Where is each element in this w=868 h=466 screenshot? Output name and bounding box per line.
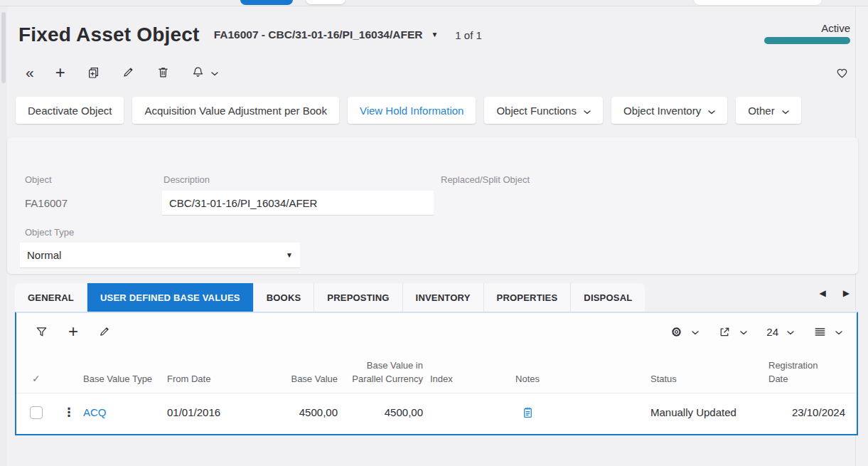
cell-base-value-type[interactable]: ACQ bbox=[83, 406, 167, 418]
top-tab-secondary[interactable] bbox=[306, 0, 345, 4]
tab-general[interactable]: GENERAL bbox=[15, 283, 87, 312]
object-functions-label: Object Functions bbox=[496, 105, 577, 117]
add-row-icon[interactable]: + bbox=[68, 325, 78, 338]
command-toolbar: « + bbox=[26, 65, 218, 79]
chevron-down-icon bbox=[740, 325, 747, 338]
table-toolbar: + 24 bbox=[16, 313, 857, 350]
delete-icon[interactable] bbox=[156, 65, 170, 79]
chevron-down-icon bbox=[787, 325, 794, 338]
record-count: 1 of 1 bbox=[455, 29, 482, 41]
tab-inventory[interactable]: INVENTORY bbox=[403, 283, 484, 312]
table-export-group[interactable] bbox=[718, 325, 747, 339]
record-selector[interactable]: FA16007 - CBC/31-01-16/PI_16034/AFER ▼ bbox=[214, 28, 439, 41]
object-type-value: Normal bbox=[27, 249, 61, 261]
header-registration-date[interactable]: Registration Date bbox=[768, 359, 830, 386]
header-from-date[interactable]: From Date bbox=[167, 373, 259, 386]
filter-icon[interactable] bbox=[35, 325, 48, 339]
notifications-group[interactable] bbox=[191, 65, 218, 79]
tab-preposting[interactable]: PREPOSTING bbox=[314, 283, 402, 312]
chevron-down-icon bbox=[692, 325, 699, 338]
deactivate-object-button[interactable]: Deactivate Object bbox=[16, 97, 124, 124]
export-icon bbox=[718, 325, 732, 339]
object-functions-dropdown[interactable]: Object Functions bbox=[484, 97, 603, 124]
favorite-heart-icon[interactable] bbox=[835, 66, 849, 82]
record-selector-value: FA16007 - CBC/31-01-16/PI_16034/AFER bbox=[214, 28, 423, 41]
tab-scroll-right-icon[interactable]: ▶ bbox=[843, 289, 850, 297]
row-density-selector[interactable] bbox=[813, 325, 842, 339]
header-parallel-currency[interactable]: Base Value in Parallel Currency bbox=[343, 359, 423, 386]
chevron-down-icon bbox=[584, 105, 591, 117]
cell-parallel-currency: 4500,00 bbox=[338, 406, 423, 418]
gear-icon bbox=[670, 325, 683, 339]
tab-books[interactable]: BOOKS bbox=[254, 283, 315, 312]
table-row[interactable]: ⋮ ACQ 01/01/2016 4500,00 4500,00 Manuall… bbox=[16, 393, 857, 431]
header-index[interactable]: Index bbox=[423, 373, 467, 386]
table-header-row: ✓ Base Value Type From Date Base Value B… bbox=[16, 350, 857, 393]
cell-status: Manually Updated bbox=[588, 406, 751, 418]
caret-down-icon: ▼ bbox=[286, 252, 293, 259]
object-type-label: Object Type bbox=[25, 227, 74, 238]
select-all-check-icon[interactable]: ✓ bbox=[32, 373, 41, 384]
top-strip bbox=[0, 0, 868, 6]
header-status[interactable]: Status bbox=[588, 373, 751, 386]
header-base-value[interactable]: Base Value bbox=[259, 373, 338, 386]
object-field-value: FA16007 bbox=[25, 197, 68, 209]
cell-registration-date: 23/10/2024 bbox=[751, 406, 847, 418]
page-size-value: 24 bbox=[766, 326, 778, 338]
list-lines-icon bbox=[813, 325, 827, 339]
new-record-icon[interactable]: + bbox=[55, 66, 65, 79]
table-settings-group[interactable] bbox=[670, 325, 699, 339]
other-label: Other bbox=[748, 105, 775, 117]
edit-icon[interactable] bbox=[122, 65, 135, 79]
page-size-selector[interactable]: 24 bbox=[766, 325, 794, 338]
bell-icon bbox=[191, 65, 205, 79]
chevron-down-icon bbox=[835, 325, 842, 338]
chevron-down-icon bbox=[708, 105, 715, 117]
cell-from-date: 01/01/2016 bbox=[167, 406, 259, 418]
row-menu-kebab-icon[interactable]: ⋮ bbox=[55, 405, 83, 420]
replaced-split-object-label: Replaced/Split Object bbox=[441, 174, 530, 185]
row-checkbox[interactable] bbox=[30, 406, 43, 419]
header-base-value-type[interactable]: Base Value Type bbox=[83, 373, 167, 386]
cell-base-value: 4500,00 bbox=[259, 406, 338, 418]
note-icon bbox=[521, 406, 535, 419]
top-tab-indicator[interactable] bbox=[240, 0, 293, 5]
left-scrollbar-track[interactable] bbox=[0, 6, 7, 466]
object-inventory-dropdown[interactable]: Object Inventory bbox=[611, 97, 727, 124]
page-title: Fixed Asset Object bbox=[18, 23, 200, 46]
caret-down-icon: ▼ bbox=[431, 31, 438, 38]
cell-notes[interactable] bbox=[467, 406, 588, 419]
object-detail-card: Object FA16007 Description CBC/31-01-16/… bbox=[7, 137, 858, 274]
chevron-down-icon bbox=[782, 105, 789, 117]
detail-tabs: GENERAL USER DEFINED BASE VALUES BOOKS P… bbox=[15, 283, 645, 312]
table-toolbar-left: + bbox=[35, 325, 111, 339]
edit-row-icon[interactable] bbox=[98, 325, 111, 338]
tab-properties[interactable]: PROPERTIES bbox=[484, 283, 572, 312]
collapse-icon[interactable]: « bbox=[26, 66, 34, 79]
duplicate-icon[interactable] bbox=[87, 65, 100, 79]
object-type-select[interactable]: Normal ▼ bbox=[20, 243, 300, 268]
action-buttons: Deactivate Object Acquisition Value Adju… bbox=[16, 97, 801, 124]
chevron-down-icon bbox=[211, 66, 218, 79]
header-notes[interactable]: Notes bbox=[467, 373, 588, 386]
tab-scroll-controls: ◀ ▶ bbox=[820, 289, 850, 297]
status-indicator: Active bbox=[764, 22, 850, 44]
acquisition-value-adjustment-button[interactable]: Acquisition Value Adjustment per Book bbox=[132, 97, 339, 124]
status-bar bbox=[764, 37, 850, 44]
status-label: Active bbox=[764, 22, 850, 34]
other-dropdown[interactable]: Other bbox=[736, 97, 801, 124]
view-hold-information-button[interactable]: View Hold Information bbox=[348, 97, 476, 124]
table-toolbar-right: 24 bbox=[660, 325, 842, 339]
base-values-table-panel: + 24 bbox=[15, 312, 858, 435]
tab-user-defined-base-values[interactable]: USER DEFINED BASE VALUES bbox=[87, 283, 254, 312]
description-field-label: Description bbox=[164, 174, 210, 185]
tab-disposal[interactable]: DISPOSAL bbox=[571, 283, 645, 312]
left-scrollbar-thumb[interactable] bbox=[1, 12, 6, 83]
object-inventory-label: Object Inventory bbox=[623, 105, 701, 117]
description-input[interactable]: CBC/31-01-16/PI_16034/AFER bbox=[162, 191, 434, 216]
object-field-label: Object bbox=[25, 174, 52, 185]
tab-scroll-left-icon[interactable]: ◀ bbox=[820, 289, 826, 297]
global-search-box[interactable] bbox=[693, 0, 823, 6]
page-header: Fixed Asset Object FA16007 - CBC/31-01-1… bbox=[18, 20, 482, 50]
